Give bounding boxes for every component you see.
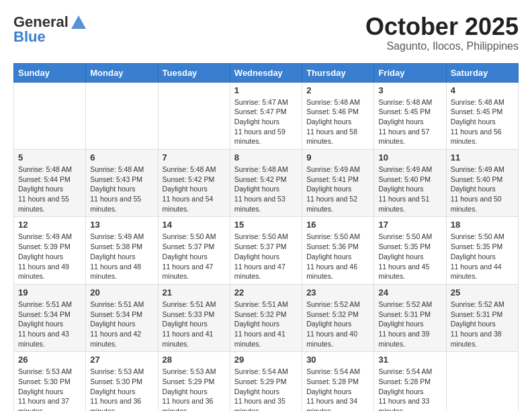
calendar-cell: 4 Sunrise: 5:48 AM Sunset: 5:45 PM Dayli… [446,82,518,149]
calendar-cell: 1 Sunrise: 5:47 AM Sunset: 5:47 PM Dayli… [230,82,302,149]
calendar-cell [446,352,518,411]
calendar-cell [158,82,230,149]
day-info: Sunrise: 5:53 AM Sunset: 5:30 PM Dayligh… [18,367,81,411]
day-number: 1 [234,85,298,95]
day-info: Sunrise: 5:47 AM Sunset: 5:47 PM Dayligh… [234,97,298,146]
day-number: 21 [163,287,226,298]
day-number: 15 [234,220,298,230]
day-number: 20 [90,287,153,298]
day-info: Sunrise: 5:54 AM Sunset: 5:28 PM Dayligh… [378,367,441,411]
weekday-header-sunday: Sunday [14,63,86,82]
day-number: 6 [90,152,153,163]
weekday-header-saturday: Saturday [446,63,518,82]
calendar-cell: 21 Sunrise: 5:51 AM Sunset: 5:33 PM Dayl… [158,284,230,351]
calendar-week-row: 12 Sunrise: 5:49 AM Sunset: 5:39 PM Dayl… [14,217,519,284]
calendar-cell: 27 Sunrise: 5:53 AM Sunset: 5:30 PM Dayl… [86,352,158,411]
day-number: 3 [378,85,441,95]
calendar-cell: 30 Sunrise: 5:54 AM Sunset: 5:28 PM Dayl… [302,352,374,411]
calendar-week-row: 19 Sunrise: 5:51 AM Sunset: 5:34 PM Dayl… [14,284,519,351]
day-number: 4 [451,85,514,95]
day-info: Sunrise: 5:53 AM Sunset: 5:29 PM Dayligh… [163,367,226,411]
day-number: 5 [18,152,81,163]
day-info: Sunrise: 5:49 AM Sunset: 5:38 PM Dayligh… [90,232,153,281]
calendar-cell: 10 Sunrise: 5:49 AM Sunset: 5:40 PM Dayl… [374,150,446,217]
page-header: General Blue October 2025 Sagunto, Iloco… [13,13,519,52]
weekday-header-monday: Monday [86,63,158,82]
calendar-week-row: 1 Sunrise: 5:47 AM Sunset: 5:47 PM Dayli… [14,82,519,149]
calendar-cell: 9 Sunrise: 5:49 AM Sunset: 5:41 PM Dayli… [302,150,374,217]
calendar-cell: 29 Sunrise: 5:54 AM Sunset: 5:29 PM Dayl… [230,352,302,411]
calendar-cell: 31 Sunrise: 5:54 AM Sunset: 5:28 PM Dayl… [374,352,446,411]
day-number: 8 [234,152,298,163]
calendar-cell: 11 Sunrise: 5:49 AM Sunset: 5:40 PM Dayl… [446,150,518,217]
day-number: 24 [378,287,441,298]
day-info: Sunrise: 5:51 AM Sunset: 5:34 PM Dayligh… [18,300,81,349]
day-number: 7 [163,152,226,163]
day-number: 19 [18,287,81,298]
calendar-cell: 18 Sunrise: 5:50 AM Sunset: 5:35 PM Dayl… [446,217,518,284]
weekday-header-friday: Friday [374,63,446,82]
day-info: Sunrise: 5:50 AM Sunset: 5:37 PM Dayligh… [234,232,298,281]
calendar-cell: 26 Sunrise: 5:53 AM Sunset: 5:30 PM Dayl… [14,352,86,411]
calendar-cell: 13 Sunrise: 5:49 AM Sunset: 5:38 PM Dayl… [86,217,158,284]
calendar-cell: 6 Sunrise: 5:48 AM Sunset: 5:43 PM Dayli… [86,150,158,217]
calendar-cell: 14 Sunrise: 5:50 AM Sunset: 5:37 PM Dayl… [158,217,230,284]
day-info: Sunrise: 5:48 AM Sunset: 5:46 PM Dayligh… [306,97,369,146]
calendar-cell [14,82,86,149]
calendar-week-row: 5 Sunrise: 5:48 AM Sunset: 5:44 PM Dayli… [14,150,519,217]
calendar-cell: 24 Sunrise: 5:52 AM Sunset: 5:31 PM Dayl… [374,284,446,351]
location-subtitle: Sagunto, Ilocos, Philippines [365,40,519,52]
day-number: 13 [90,220,153,230]
title-area: October 2025 Sagunto, Ilocos, Philippine… [365,13,519,52]
calendar-table: SundayMondayTuesdayWednesdayThursdayFrid… [13,63,519,411]
day-info: Sunrise: 5:49 AM Sunset: 5:41 PM Dayligh… [306,165,369,214]
day-number: 17 [378,220,441,230]
day-info: Sunrise: 5:52 AM Sunset: 5:31 PM Dayligh… [378,300,441,349]
calendar-cell: 2 Sunrise: 5:48 AM Sunset: 5:46 PM Dayli… [302,82,374,149]
day-number: 26 [18,355,81,365]
day-info: Sunrise: 5:49 AM Sunset: 5:40 PM Dayligh… [378,165,441,214]
weekday-header-row: SundayMondayTuesdayWednesdayThursdayFrid… [14,63,519,82]
calendar-cell: 19 Sunrise: 5:51 AM Sunset: 5:34 PM Dayl… [14,284,86,351]
calendar-cell: 5 Sunrise: 5:48 AM Sunset: 5:44 PM Dayli… [14,150,86,217]
calendar-cell: 17 Sunrise: 5:50 AM Sunset: 5:35 PM Dayl… [374,217,446,284]
calendar-cell: 20 Sunrise: 5:51 AM Sunset: 5:34 PM Dayl… [86,284,158,351]
day-info: Sunrise: 5:52 AM Sunset: 5:31 PM Dayligh… [451,300,514,349]
calendar-cell [86,82,158,149]
logo: General Blue [13,13,86,46]
day-info: Sunrise: 5:51 AM Sunset: 5:33 PM Dayligh… [163,300,226,349]
day-number: 23 [306,287,369,298]
day-number: 11 [451,152,514,163]
calendar-cell: 12 Sunrise: 5:49 AM Sunset: 5:39 PM Dayl… [14,217,86,284]
day-number: 22 [234,287,298,298]
weekday-header-tuesday: Tuesday [158,63,230,82]
calendar-cell: 8 Sunrise: 5:48 AM Sunset: 5:42 PM Dayli… [230,150,302,217]
weekday-header-wednesday: Wednesday [230,63,302,82]
calendar-cell: 25 Sunrise: 5:52 AM Sunset: 5:31 PM Dayl… [446,284,518,351]
calendar-cell: 15 Sunrise: 5:50 AM Sunset: 5:37 PM Dayl… [230,217,302,284]
day-info: Sunrise: 5:48 AM Sunset: 5:44 PM Dayligh… [18,165,81,214]
logo-icon [71,15,86,29]
day-info: Sunrise: 5:48 AM Sunset: 5:42 PM Dayligh… [234,165,298,214]
day-number: 14 [163,220,226,230]
weekday-header-thursday: Thursday [302,63,374,82]
logo-blue: Blue [13,28,46,46]
day-number: 28 [163,355,226,365]
day-info: Sunrise: 5:53 AM Sunset: 5:30 PM Dayligh… [90,367,153,411]
day-info: Sunrise: 5:54 AM Sunset: 5:29 PM Dayligh… [234,367,298,411]
day-info: Sunrise: 5:49 AM Sunset: 5:40 PM Dayligh… [451,165,514,214]
day-number: 31 [378,355,441,365]
calendar-cell: 28 Sunrise: 5:53 AM Sunset: 5:29 PM Dayl… [158,352,230,411]
day-number: 30 [306,355,369,365]
day-info: Sunrise: 5:50 AM Sunset: 5:35 PM Dayligh… [451,232,514,281]
calendar-cell: 16 Sunrise: 5:50 AM Sunset: 5:36 PM Dayl… [302,217,374,284]
calendar-cell: 22 Sunrise: 5:51 AM Sunset: 5:32 PM Dayl… [230,284,302,351]
day-info: Sunrise: 5:54 AM Sunset: 5:28 PM Dayligh… [306,367,369,411]
day-number: 16 [306,220,369,230]
day-number: 12 [18,220,81,230]
day-number: 2 [306,85,369,95]
day-number: 9 [306,152,369,163]
calendar-week-row: 26 Sunrise: 5:53 AM Sunset: 5:30 PM Dayl… [14,352,519,411]
day-number: 10 [378,152,441,163]
calendar-cell: 3 Sunrise: 5:48 AM Sunset: 5:45 PM Dayli… [374,82,446,149]
